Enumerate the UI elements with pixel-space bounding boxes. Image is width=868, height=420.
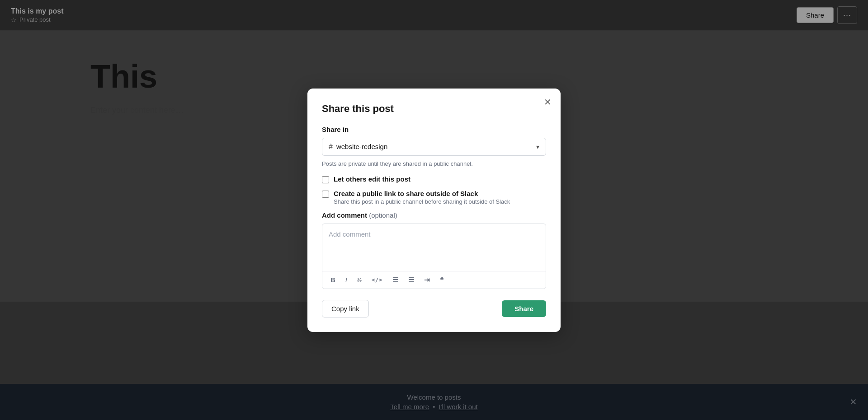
- let-others-edit-label: Let others edit this post: [334, 175, 410, 183]
- indent-button[interactable]: ⇥: [422, 275, 432, 285]
- checkbox-public-link-row: Create a public link to share outside of…: [322, 190, 546, 205]
- hash-icon: #: [329, 143, 333, 151]
- create-public-link-label: Create a public link to share outside of…: [334, 190, 510, 197]
- bold-button[interactable]: B: [329, 275, 337, 285]
- channel-name: website-redesign: [336, 143, 387, 150]
- optional-label: (optional): [369, 211, 397, 219]
- italic-button[interactable]: I: [344, 275, 349, 285]
- add-comment-label: Add comment (optional): [322, 211, 546, 219]
- share-in-label: Share in: [322, 126, 546, 133]
- share-submit-button[interactable]: Share: [502, 300, 546, 317]
- checkbox-edit-label-container: Let others edit this post: [334, 175, 410, 183]
- modal-close-button[interactable]: ✕: [544, 98, 552, 107]
- strikethrough-button[interactable]: S: [355, 275, 363, 285]
- channel-select-left: # website-redesign: [329, 143, 387, 151]
- checkbox-public-link-label-container: Create a public link to share outside of…: [334, 190, 510, 205]
- comment-box: B I S </> ☰ ☰ ⇥ ❝: [322, 224, 546, 289]
- privacy-note: Posts are private until they are shared …: [322, 160, 546, 167]
- share-modal: ✕ Share this post Share in # website-red…: [307, 89, 561, 332]
- checkbox-edit-row: Let others edit this post: [322, 175, 546, 183]
- create-public-link-checkbox[interactable]: [322, 191, 329, 198]
- comment-toolbar: B I S </> ☰ ☰ ⇥ ❝: [322, 271, 546, 289]
- create-public-link-sublabel: Share this post in a public channel befo…: [334, 198, 510, 205]
- ordered-list-button[interactable]: ☰: [391, 275, 400, 285]
- let-others-edit-checkbox[interactable]: [322, 176, 329, 183]
- channel-select[interactable]: # website-redesign ▾: [322, 138, 546, 156]
- modal-overlay: ✕ Share this post Share in # website-red…: [0, 0, 868, 420]
- unordered-list-button[interactable]: ☰: [406, 275, 416, 285]
- modal-title: Share this post: [322, 103, 546, 115]
- modal-actions: Copy link Share: [322, 300, 546, 317]
- copy-link-button[interactable]: Copy link: [322, 300, 369, 317]
- quote-button[interactable]: ❝: [438, 275, 445, 285]
- comment-textarea[interactable]: [322, 224, 546, 269]
- code-button[interactable]: </>: [370, 275, 384, 284]
- chevron-down-icon: ▾: [536, 143, 539, 150]
